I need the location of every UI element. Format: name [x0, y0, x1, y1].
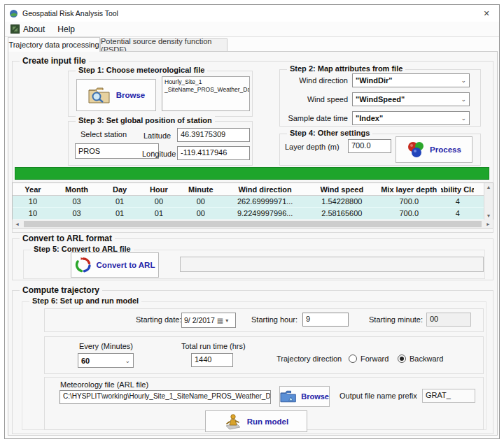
trajectory-direction-label: Trajectory direction	[276, 355, 342, 363]
table-vertical-scrollbar[interactable]: ▲ ▼	[484, 183, 493, 220]
folder-open-icon	[280, 389, 296, 403]
group-title: Create input file	[20, 56, 89, 66]
table-row[interactable]: 10 03 01 01 00 9.2249997996... 2.5816560…	[13, 208, 484, 220]
longitude-label: Longitude	[142, 150, 176, 158]
column-header[interactable]: Mix layer depth	[377, 183, 441, 195]
scroll-down-icon[interactable]: ▼	[486, 213, 491, 218]
convert-progress-bar	[180, 257, 484, 272]
every-minutes-select[interactable]: 60 ⌄	[78, 353, 134, 368]
scroll-right-icon[interactable]: ►	[484, 222, 493, 227]
scrollbar-thumb[interactable]	[24, 221, 482, 227]
sample-date-time-select[interactable]: "Index" ⌄	[352, 111, 470, 125]
starting-hour-field[interactable]: 9	[302, 313, 349, 327]
menu-help[interactable]: Help	[57, 24, 75, 34]
file-name-line2: _SiteName_PROS_Weather_Data.csv	[164, 86, 247, 94]
scroll-up-icon[interactable]: ▲	[486, 185, 491, 189]
chevron-down-icon: ⌄	[125, 357, 130, 364]
step2-title: Step 2: Map attributes from file	[287, 64, 405, 73]
close-icon[interactable]: ✕	[479, 7, 493, 20]
compute-trajectory-title: Compute trajectory	[20, 285, 102, 295]
table-horizontal-scrollbar[interactable]: ◄ ►	[12, 220, 493, 229]
column-header[interactable]: Month	[53, 183, 100, 195]
tab-trajectory-data-processing[interactable]: Trajectory data processing	[8, 37, 100, 52]
convert-to-arl-button[interactable]: Convert to ARL	[71, 252, 159, 278]
total-run-time-label: Total run time (hrs)	[181, 342, 246, 350]
output-prefix-field[interactable]: GRAT_	[422, 389, 475, 403]
recycle-circle-icon	[75, 257, 92, 273]
chevron-down-icon: ⌄	[461, 115, 466, 122]
step1-title: Step 1: Choose meteorological file	[76, 66, 207, 74]
scroll-left-icon[interactable]: ◄	[13, 222, 22, 227]
select-station-label: Select station	[80, 130, 127, 138]
table-header-row: Year Month Day Hour Minute Wind directio…	[13, 183, 484, 196]
chevron-down-icon: ⌄	[461, 96, 466, 103]
backward-radio[interactable]	[398, 355, 406, 363]
menu-bar: About Help	[5, 22, 499, 37]
every-minutes-label: Every (Minutes)	[79, 342, 133, 350]
step3-title: Step 3: Set global position of station	[76, 116, 215, 124]
layer-depth-field[interactable]: 700.0	[348, 139, 391, 153]
chevron-down-icon: ⌄	[461, 77, 466, 84]
starting-minute-label: Starting minute:	[369, 315, 423, 324]
column-header[interactable]: Wind speed	[307, 183, 377, 195]
dropdown-arrow-icon: ▾	[225, 317, 228, 324]
browse-arl-file-button[interactable]: Browse	[279, 386, 330, 407]
process-spheres-icon	[407, 141, 425, 159]
longitude-field[interactable]: -119.4117946	[177, 146, 250, 160]
forward-radio[interactable]	[349, 355, 357, 363]
column-header[interactable]: Year	[13, 183, 53, 195]
step4-title: Step 4: Other settings	[287, 129, 372, 137]
met-arl-file-label: Meteorology file (ARL file)	[60, 380, 148, 389]
output-prefix-label: Output file name prefix	[340, 392, 417, 400]
column-header[interactable]: Wind direction	[223, 183, 307, 195]
forward-label: Forward	[360, 355, 388, 363]
table-row[interactable]: 10 03 01 00 00 262.69999971... 1.5422880…	[13, 196, 484, 208]
app-icon	[9, 9, 18, 18]
column-header[interactable]: Stability Class	[441, 183, 474, 195]
starting-date-label: Starting date:	[136, 315, 181, 324]
column-header[interactable]: Hour	[139, 183, 178, 195]
total-run-time-field[interactable]: 1440	[191, 353, 233, 367]
starting-hour-label: Starting hour:	[251, 315, 298, 324]
backward-label: Backward	[410, 355, 443, 363]
run-model-button[interactable]: Run model	[205, 410, 307, 432]
runner-icon	[224, 413, 242, 430]
title-bar: Geospatial Risk Analysis Tool ✕	[5, 5, 499, 22]
met-arl-file-field[interactable]: C:\HYSPLIT\working\Hourly_Site_1_SiteNam…	[59, 390, 271, 404]
step6-title: Step 6: Set up and run model	[29, 296, 141, 305]
weather-data-table: Year Month Day Hour Minute Wind directio…	[12, 182, 493, 220]
about-icon	[10, 24, 20, 34]
folder-search-icon	[88, 85, 111, 105]
tab-psdf[interactable]: Potential source density function (PSDF)	[100, 38, 227, 52]
window-title: Geospatial Risk Analysis Tool	[22, 9, 118, 17]
latitude-field[interactable]: 46.39175309	[177, 128, 250, 142]
starting-minute-field[interactable]: 00	[426, 313, 471, 327]
wind-direction-select[interactable]: "WindDir" ⌄	[352, 73, 470, 87]
convert-arl-title: Convert to ARL format	[20, 234, 115, 243]
wind-direction-label: Wind direction	[284, 76, 348, 85]
met-file-name-box[interactable]: Hourly_Site_1 _SiteName_PROS_Weather_Dat…	[162, 76, 250, 111]
column-header[interactable]: Day	[100, 183, 139, 195]
wind-speed-label: Wind speed	[284, 95, 348, 103]
column-header[interactable]: Minute	[178, 183, 223, 195]
starting-date-picker[interactable]: 9/ 2/2017 ▦ ▾	[181, 313, 236, 328]
processing-progress-bar	[15, 167, 489, 180]
latitude-label: Latitude	[144, 131, 171, 140]
browse-met-file-button[interactable]: Browse	[76, 79, 156, 111]
menu-about[interactable]: About	[10, 24, 45, 34]
sample-date-time-label: Sample date time	[278, 114, 348, 122]
calendar-icon: ▦	[217, 317, 223, 324]
process-button[interactable]: Process	[396, 136, 472, 163]
file-name-line1: Hourly_Site_1	[164, 78, 247, 86]
wind-speed-select[interactable]: "WindSpeed" ⌄	[352, 92, 470, 106]
layer-depth-label: Layer depth (m)	[285, 143, 340, 151]
app-window: Geospatial Risk Analysis Tool ✕ About He…	[4, 4, 500, 439]
